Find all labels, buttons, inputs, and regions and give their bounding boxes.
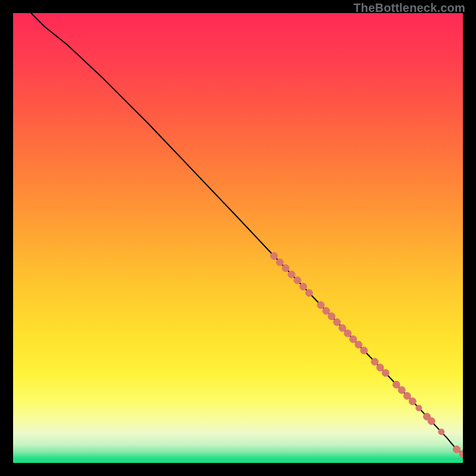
data-marker — [288, 271, 295, 278]
data-marker — [377, 364, 384, 371]
data-marker — [453, 446, 460, 453]
data-marker — [322, 307, 330, 314]
data-marker — [339, 324, 346, 331]
data-marker — [305, 289, 312, 296]
chart-area — [13, 13, 463, 463]
data-marker — [282, 265, 289, 272]
data-marker — [403, 392, 411, 399]
data-marker — [439, 429, 444, 435]
data-marker — [428, 418, 435, 425]
data-marker — [361, 347, 368, 354]
data-marker — [398, 387, 405, 394]
data-marker — [333, 318, 340, 325]
data-marker — [344, 330, 351, 337]
data-marker — [409, 397, 416, 405]
bottleneck-chart — [13, 13, 463, 463]
watermark-text: TheBottleneck.com — [353, 1, 465, 15]
gradient-background — [13, 13, 463, 463]
data-marker — [270, 252, 277, 259]
data-marker — [276, 259, 283, 266]
data-marker — [382, 369, 389, 377]
data-marker — [350, 336, 357, 343]
data-marker — [300, 283, 307, 290]
data-marker — [393, 381, 400, 388]
data-marker — [371, 358, 378, 365]
stage: TheBottleneck.com — [0, 0, 476, 476]
data-marker — [294, 277, 301, 284]
data-marker — [416, 405, 422, 411]
data-marker — [317, 302, 324, 309]
data-marker — [355, 341, 362, 348]
data-marker — [328, 313, 335, 320]
